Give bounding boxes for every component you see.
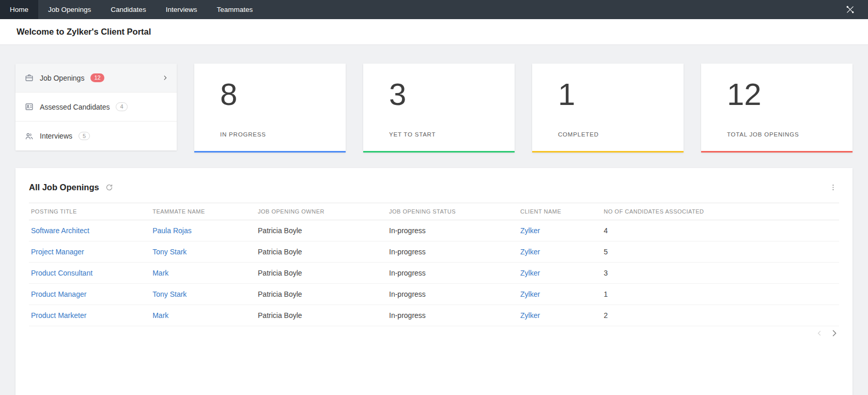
stat-value: 8 (220, 79, 320, 110)
pagination (814, 327, 840, 339)
sidebar-item-label: Interviews (40, 132, 72, 140)
sidebar-item-assessed-candidates[interactable]: Assessed Candidates 4 (16, 93, 177, 121)
teammate-link[interactable]: Tony Stark (152, 248, 187, 256)
cell-posting-title: Software Architect (29, 220, 150, 241)
cell-teammate: Tony Stark (150, 241, 256, 263)
col-job-opening-status: JOB OPENING STATUS (387, 203, 518, 220)
nav-item-teammates[interactable]: Teammates (207, 0, 262, 19)
page-header: Welcome to Zylker's Client Portal (0, 19, 868, 45)
top-nav: Home Job Openings Candidates Interviews … (0, 0, 868, 19)
chevron-right-icon (162, 74, 168, 81)
cell-owner: Patricia Boyle (256, 241, 387, 263)
cell-client: Zylker (518, 305, 602, 326)
table-row: Project Manager Tony Stark Patricia Boyl… (29, 241, 839, 263)
col-teammate-name: TEAMMATE NAME (150, 203, 256, 220)
col-candidates-associated: NO OF CANDIDATES ASSOCIATED (602, 203, 839, 220)
stat-card-total-job-openings: 12 TOTAL JOB OPENINGS (701, 64, 853, 153)
cell-candidates: 4 (602, 220, 839, 241)
cell-candidates: 2 (602, 305, 839, 326)
nav-item-candidates[interactable]: Candidates (101, 0, 156, 19)
cell-owner: Patricia Boyle (256, 305, 387, 326)
table-title: All Job Openings (29, 183, 99, 192)
table-row: Product Manager Tony Stark Patricia Boyl… (29, 284, 839, 305)
col-job-opening-owner: JOB OPENING OWNER (256, 203, 387, 220)
cell-posting-title: Product Manager (29, 284, 150, 305)
cell-posting-title: Project Manager (29, 241, 150, 263)
cell-status: In-progress (387, 241, 518, 263)
teammate-link[interactable]: Paula Rojas (152, 226, 192, 235)
nav-item-interviews[interactable]: Interviews (156, 0, 207, 19)
count-badge: 12 (90, 73, 104, 82)
cell-teammate: Paula Rojas (150, 220, 256, 241)
posting-title-link[interactable]: Product Manager (31, 290, 86, 298)
all-job-openings-card: All Job Openings POSTING TITLE TEAMMATE … (16, 168, 853, 395)
teammate-link[interactable]: Tony Stark (152, 290, 187, 298)
summary-sidebar: Job Openings 12 Assessed Candidates 4 (16, 64, 177, 150)
cell-owner: Patricia Boyle (256, 220, 387, 241)
main-content: Job Openings 12 Assessed Candidates 4 (0, 64, 868, 395)
cell-candidates: 5 (602, 241, 839, 263)
table-row: Software Architect Paula Rojas Patricia … (29, 220, 839, 241)
client-link[interactable]: Zylker (520, 226, 540, 235)
sidebar-item-label: Assessed Candidates (40, 103, 110, 111)
sidebar-item-job-openings[interactable]: Job Openings 12 (16, 64, 177, 93)
stat-card-completed: 1 COMPLETED (532, 64, 684, 153)
count-badge: 5 (79, 132, 90, 140)
cell-owner: Patricia Boyle (256, 284, 387, 305)
stat-card-yet-to-start: 3 YET TO START (363, 64, 515, 153)
cell-status: In-progress (387, 263, 518, 284)
client-link[interactable]: Zylker (520, 269, 540, 277)
cell-candidates: 3 (602, 263, 839, 284)
table-row: Product Marketer Mark Patricia Boyle In-… (29, 305, 839, 326)
nav-item-job-openings[interactable]: Job Openings (38, 0, 101, 19)
people-icon (25, 132, 34, 141)
cell-client: Zylker (518, 241, 602, 263)
col-client-name: CLIENT NAME (518, 203, 602, 220)
cell-teammate: Mark (150, 263, 256, 284)
cell-status: In-progress (387, 284, 518, 305)
cell-client: Zylker (518, 220, 602, 241)
cell-candidates: 1 (602, 284, 839, 305)
stat-label: COMPLETED (558, 131, 658, 138)
col-posting-title: POSTING TITLE (29, 203, 150, 220)
teammate-link[interactable]: Mark (152, 311, 168, 320)
cell-status: In-progress (387, 305, 518, 326)
chevron-left-icon[interactable] (814, 328, 825, 339)
posting-title-link[interactable]: Project Manager (31, 248, 84, 256)
sidebar-item-label: Job Openings (40, 74, 84, 82)
cell-teammate: Mark (150, 305, 256, 326)
sidebar-item-interviews[interactable]: Interviews 5 (16, 121, 177, 150)
posting-title-link[interactable]: Product Consultant (31, 269, 92, 277)
job-openings-table: POSTING TITLE TEAMMATE NAME JOB OPENING … (29, 203, 839, 326)
client-link[interactable]: Zylker (520, 248, 540, 256)
client-link[interactable]: Zylker (520, 290, 540, 298)
stat-label: YET TO START (389, 131, 489, 138)
stat-cards: 8 IN PROGRESS 3 YET TO START 1 COMPLETED… (194, 64, 853, 153)
table-header-row: POSTING TITLE TEAMMATE NAME JOB OPENING … (29, 203, 839, 220)
nav-spacer (262, 0, 832, 19)
briefcase-icon (25, 73, 34, 82)
client-link[interactable]: Zylker (520, 311, 540, 320)
count-badge: 4 (116, 102, 127, 111)
posting-title-link[interactable]: Product Marketer (31, 311, 86, 320)
cell-status: In-progress (387, 220, 518, 241)
tools-icon[interactable] (832, 0, 868, 19)
nav-item-home[interactable]: Home (0, 0, 38, 19)
cell-owner: Patricia Boyle (256, 263, 387, 284)
chevron-right-icon[interactable] (828, 327, 840, 339)
cell-client: Zylker (518, 284, 602, 305)
stat-value: 12 (727, 79, 827, 110)
cell-posting-title: Product Marketer (29, 305, 150, 326)
page-title: Welcome to Zylker's Client Portal (17, 27, 151, 37)
refresh-icon[interactable] (105, 184, 113, 191)
assessment-card-icon (25, 102, 34, 111)
stat-value: 1 (558, 79, 658, 110)
stat-label: TOTAL JOB OPENINGS (727, 131, 827, 138)
kebab-menu-icon[interactable] (827, 181, 839, 193)
cell-posting-title: Product Consultant (29, 263, 150, 284)
posting-title-link[interactable]: Software Architect (31, 226, 89, 235)
cell-teammate: Tony Stark (150, 284, 256, 305)
table-row: Product Consultant Mark Patricia Boyle I… (29, 263, 839, 284)
teammate-link[interactable]: Mark (152, 269, 168, 277)
stat-value: 3 (389, 79, 489, 110)
